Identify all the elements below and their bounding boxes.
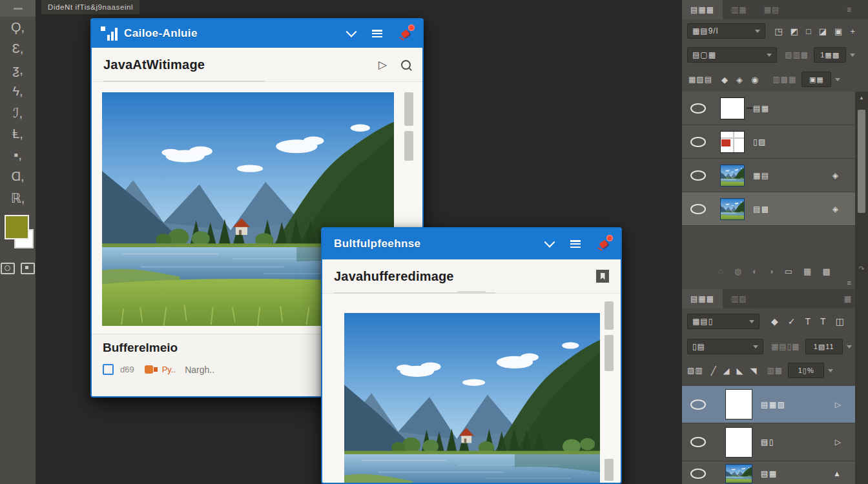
- flow-value[interactable]: 1▯%: [788, 363, 824, 378]
- checkbox-icon[interactable]: [103, 364, 114, 375]
- layer-row-3[interactable]: ▦▤ ◈: [682, 159, 855, 192]
- run-icon[interactable]: ▷: [378, 58, 387, 72]
- scrollbar-thumb[interactable]: [858, 110, 865, 213]
- lasso-tool-icon[interactable]: Ϙ,: [0, 17, 36, 38]
- visibility-eye-icon[interactable]: [690, 437, 706, 447]
- layer-row-selected[interactable]: ▤▦▧ ▷: [682, 386, 855, 423]
- window1-titlebar[interactable]: Cailoe-Anluie: [92, 19, 422, 48]
- style-dropdown[interactable]: ▦▤▯: [687, 314, 760, 329]
- scroll-curve-icon[interactable]: ↷: [855, 265, 868, 273]
- shape-icon[interactable]: ◆: [771, 316, 778, 327]
- meta-more-text[interactable]: Nargh..: [185, 365, 214, 375]
- crop-tool-icon[interactable]: Ɛ,: [0, 38, 36, 59]
- delete-layer-icon[interactable]: ▩: [822, 267, 830, 276]
- check-icon[interactable]: ✓: [788, 316, 796, 327]
- dodge-tool-icon[interactable]: ℝ,: [0, 187, 36, 208]
- panel2-mode-dropdown[interactable]: ▯▤: [687, 339, 763, 354]
- brush-tool-icon[interactable]: ƺ,: [0, 59, 36, 81]
- brush-icon-2[interactable]: ◢: [723, 366, 730, 376]
- tab-styles[interactable]: ▤▦▩: [682, 289, 723, 308]
- pin-close-icon[interactable]: [399, 26, 413, 41]
- collapse-chevron-icon[interactable]: [346, 26, 357, 37]
- scroll-up-icon[interactable]: ▴: [855, 94, 868, 101]
- panel2-menu-icon[interactable]: ≡: [847, 279, 851, 287]
- new-group-icon[interactable]: ▭: [785, 267, 792, 276]
- window2-titlebar[interactable]: Bultfulpfeehnse: [322, 228, 621, 259]
- pencil-tool-icon[interactable]: ℐ,: [0, 102, 36, 123]
- mode-dropdown[interactable]: ▤▢▦: [687, 47, 777, 63]
- layer-lock-icon[interactable]: ▲: [833, 469, 841, 478]
- brush-icon-4[interactable]: ◥: [750, 366, 757, 376]
- quick-mask-icon[interactable]: [1, 263, 15, 274]
- type-icon[interactable]: T: [805, 316, 811, 327]
- blend-mode-dropdown[interactable]: ▦▤9/l: [687, 23, 765, 39]
- scrollbar-segment[interactable]: [604, 301, 614, 330]
- scrollbar-segment[interactable]: [404, 131, 413, 161]
- tab-layers[interactable]: ▤▦▩: [682, 0, 723, 19]
- panel2-grid-icon[interactable]: ▦: [844, 294, 851, 303]
- blend-icon-4[interactable]: ◪: [819, 26, 827, 36]
- visibility-eye-icon[interactable]: [690, 469, 706, 479]
- layer-style-icon[interactable]: ◍: [734, 267, 741, 276]
- lock-pixels-icon[interactable]: ◈: [736, 75, 743, 85]
- layer-thumbnail[interactable]: [720, 198, 745, 220]
- search-icon[interactable]: [401, 60, 411, 70]
- layer-lock-icon[interactable]: ◈: [832, 171, 838, 180]
- layer-thumbnail[interactable]: [725, 389, 752, 419]
- visibility-eye-icon[interactable]: [690, 170, 706, 181]
- opacity-value[interactable]: 1▦▩: [814, 47, 846, 63]
- layer-row[interactable]: ▤▦ ▲: [682, 461, 855, 484]
- bookmark-icon[interactable]: [596, 270, 609, 283]
- scrollbar-segment[interactable]: [604, 335, 614, 371]
- menu-icon[interactable]: [372, 30, 382, 37]
- panel-menu-icon[interactable]: ≡: [847, 5, 851, 14]
- layer-lock-icon[interactable]: ▷: [835, 400, 841, 409]
- visibility-eye-icon[interactable]: [690, 137, 706, 147]
- collapse-chevron-icon[interactable]: [544, 237, 555, 248]
- link-layers-icon[interactable]: ◌: [718, 267, 723, 276]
- tab-channels[interactable]: ▥▦: [723, 0, 756, 19]
- screen-mode-icon[interactable]: [21, 263, 35, 274]
- blend-icon-3[interactable]: □: [806, 26, 811, 36]
- document-tab[interactable]: DideNt ifTis&j9naaseinl: [41, 0, 140, 14]
- layer-mask-icon[interactable]: ◐: [752, 267, 758, 276]
- lock-transparent-icon[interactable]: ◆: [721, 75, 728, 85]
- add-icon[interactable]: +: [850, 26, 855, 36]
- panel-scrollbar[interactable]: ▴ ↷: [855, 92, 868, 484]
- layer-thumbnail[interactable]: [720, 131, 745, 153]
- blend-icon-1[interactable]: ◳: [774, 26, 782, 36]
- scrollbar-segment[interactable]: [404, 92, 413, 126]
- visibility-eye-icon[interactable]: [690, 103, 706, 114]
- pin-close-icon[interactable]: [597, 237, 612, 251]
- type-bold-icon[interactable]: T: [820, 316, 826, 327]
- brush-icon-3[interactable]: ◣: [737, 366, 743, 376]
- tab-swatch[interactable]: ▥▨: [723, 289, 756, 308]
- visibility-eye-icon[interactable]: [690, 204, 706, 214]
- fill-tool-icon[interactable]: ▪,: [0, 145, 36, 166]
- menu-icon[interactable]: [570, 240, 581, 248]
- foreground-color-swatch[interactable]: [5, 215, 29, 239]
- layer-row-2[interactable]: ▯▨: [682, 125, 855, 159]
- layer-thumbnail[interactable]: [725, 427, 752, 458]
- blend-icon-5[interactable]: ▣: [834, 26, 842, 36]
- brush-icon-1[interactable]: ╱: [711, 366, 716, 376]
- blur-tool-icon[interactable]: Ɑ,: [0, 166, 36, 187]
- pen-tool-icon[interactable]: ϟ,: [0, 81, 36, 102]
- visibility-eye-icon[interactable]: [690, 399, 706, 410]
- blend-icon-2[interactable]: ◩: [790, 26, 798, 36]
- layer-thumbnail[interactable]: [720, 97, 745, 119]
- layer-row-4[interactable]: ▤▩ ◈: [682, 192, 855, 226]
- lock-icon[interactable]: ◫: [836, 316, 844, 327]
- landscape-image-2[interactable]: [344, 313, 600, 484]
- layer-row[interactable]: ▤▯ ▷: [682, 423, 855, 461]
- scrollbar-thumb[interactable]: [604, 459, 614, 481]
- layer-lock-icon[interactable]: ▷: [835, 438, 841, 447]
- panel2-opacity-value[interactable]: 1▧11: [805, 339, 843, 354]
- color-swatches[interactable]: [0, 215, 36, 252]
- tab-paths[interactable]: ▦▤: [756, 0, 789, 19]
- lock-position-icon[interactable]: ◉: [751, 75, 758, 85]
- layer-thumbnail[interactable]: [720, 165, 745, 187]
- layer-lock-icon[interactable]: ◈: [832, 205, 838, 214]
- settings-icon[interactable]: [145, 365, 153, 374]
- fill-value[interactable]: ▣▦: [801, 72, 831, 87]
